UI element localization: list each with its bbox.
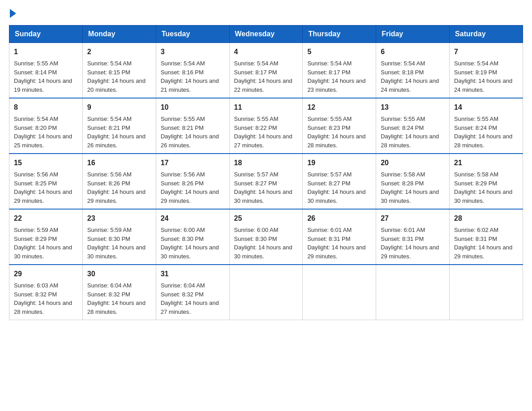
day-number: 4 bbox=[234, 47, 298, 57]
day-sunset: Sunset: 8:31 PM bbox=[307, 235, 350, 242]
day-sunset: Sunset: 8:24 PM bbox=[381, 124, 424, 131]
day-sunset: Sunset: 8:16 PM bbox=[161, 69, 204, 76]
day-number: 30 bbox=[87, 269, 151, 279]
day-sunrise: Sunrise: 5:54 AM bbox=[161, 60, 205, 67]
calendar-week-row: 22 Sunrise: 5:59 AM Sunset: 8:29 PM Dayl… bbox=[9, 209, 523, 265]
calendar-cell: 16 Sunrise: 5:56 AM Sunset: 8:26 PM Dayl… bbox=[82, 154, 156, 209]
day-sunset: Sunset: 8:21 PM bbox=[87, 124, 130, 131]
day-daylight: Daylight: 14 hours and 27 minutes. bbox=[161, 300, 219, 315]
calendar-cell: 18 Sunrise: 5:57 AM Sunset: 8:27 PM Dayl… bbox=[229, 154, 303, 209]
day-number: 14 bbox=[454, 102, 518, 113]
day-sunrise: Sunrise: 5:59 AM bbox=[87, 227, 132, 233]
day-daylight: Daylight: 14 hours and 28 minutes. bbox=[381, 133, 439, 149]
day-sunrise: Sunrise: 6:02 AM bbox=[454, 227, 498, 233]
day-sunset: Sunset: 8:27 PM bbox=[307, 180, 350, 187]
day-number: 3 bbox=[161, 47, 225, 57]
day-number: 6 bbox=[381, 47, 445, 57]
day-daylight: Daylight: 14 hours and 30 minutes. bbox=[307, 188, 365, 204]
calendar-week-row: 29 Sunrise: 6:03 AM Sunset: 8:32 PM Dayl… bbox=[9, 265, 523, 320]
day-sunset: Sunset: 8:14 PM bbox=[14, 69, 57, 76]
calendar-cell: 28 Sunrise: 6:02 AM Sunset: 8:31 PM Dayl… bbox=[450, 209, 523, 265]
calendar-cell: 22 Sunrise: 5:59 AM Sunset: 8:29 PM Dayl… bbox=[9, 209, 83, 265]
day-sunset: Sunset: 8:20 PM bbox=[14, 124, 57, 131]
day-sunrise: Sunrise: 6:04 AM bbox=[161, 282, 205, 289]
calendar-week-row: 15 Sunrise: 5:56 AM Sunset: 8:25 PM Dayl… bbox=[9, 154, 523, 209]
day-daylight: Daylight: 14 hours and 30 minutes. bbox=[14, 244, 72, 260]
day-number: 7 bbox=[454, 47, 518, 57]
day-sunrise: Sunrise: 5:55 AM bbox=[307, 116, 352, 122]
calendar-cell: 24 Sunrise: 6:00 AM Sunset: 8:30 PM Dayl… bbox=[156, 209, 229, 265]
day-number: 29 bbox=[14, 269, 78, 279]
day-number: 11 bbox=[234, 102, 298, 113]
day-number: 27 bbox=[381, 213, 445, 224]
day-sunset: Sunset: 8:19 PM bbox=[454, 69, 497, 76]
page-header bbox=[9, 9, 523, 18]
day-sunrise: Sunrise: 5:58 AM bbox=[381, 171, 425, 178]
day-sunrise: Sunrise: 5:54 AM bbox=[307, 60, 352, 67]
calendar-cell: 29 Sunrise: 6:03 AM Sunset: 8:32 PM Dayl… bbox=[9, 265, 83, 320]
day-sunrise: Sunrise: 5:56 AM bbox=[161, 171, 205, 178]
logo-triangle-icon bbox=[10, 9, 16, 18]
day-sunrise: Sunrise: 5:57 AM bbox=[234, 171, 279, 178]
day-header-saturday: Saturday bbox=[450, 26, 523, 43]
calendar-cell: 3 Sunrise: 5:54 AM Sunset: 8:16 PM Dayli… bbox=[156, 43, 229, 98]
calendar-cell: 1 Sunrise: 5:55 AM Sunset: 8:14 PM Dayli… bbox=[9, 43, 83, 98]
day-number: 17 bbox=[161, 158, 225, 168]
day-sunset: Sunset: 8:27 PM bbox=[234, 180, 277, 187]
calendar-cell: 6 Sunrise: 5:54 AM Sunset: 8:18 PM Dayli… bbox=[376, 43, 450, 98]
day-number: 18 bbox=[234, 158, 298, 168]
calendar-cell: 21 Sunrise: 5:58 AM Sunset: 8:29 PM Dayl… bbox=[450, 154, 523, 209]
day-number: 15 bbox=[14, 158, 78, 168]
calendar-cell: 31 Sunrise: 6:04 AM Sunset: 8:32 PM Dayl… bbox=[156, 265, 229, 320]
calendar-week-row: 1 Sunrise: 5:55 AM Sunset: 8:14 PM Dayli… bbox=[9, 43, 523, 98]
calendar-cell: 11 Sunrise: 5:55 AM Sunset: 8:22 PM Dayl… bbox=[229, 98, 303, 154]
day-sunset: Sunset: 8:31 PM bbox=[381, 235, 424, 242]
day-sunrise: Sunrise: 5:55 AM bbox=[14, 60, 58, 67]
day-sunrise: Sunrise: 5:55 AM bbox=[454, 116, 498, 122]
day-daylight: Daylight: 14 hours and 24 minutes. bbox=[381, 77, 439, 93]
day-sunrise: Sunrise: 5:54 AM bbox=[14, 116, 58, 122]
calendar-cell: 15 Sunrise: 5:56 AM Sunset: 8:25 PM Dayl… bbox=[9, 154, 83, 209]
day-header-thursday: Thursday bbox=[303, 26, 376, 43]
day-sunset: Sunset: 8:29 PM bbox=[14, 235, 57, 242]
day-sunrise: Sunrise: 6:00 AM bbox=[234, 227, 279, 233]
day-daylight: Daylight: 14 hours and 30 minutes. bbox=[87, 244, 146, 260]
day-sunset: Sunset: 8:17 PM bbox=[234, 69, 277, 76]
day-sunset: Sunset: 8:29 PM bbox=[454, 180, 497, 187]
day-number: 22 bbox=[14, 213, 78, 224]
day-daylight: Daylight: 14 hours and 22 minutes. bbox=[234, 77, 292, 93]
day-sunrise: Sunrise: 6:03 AM bbox=[14, 282, 58, 289]
day-sunset: Sunset: 8:15 PM bbox=[87, 69, 130, 76]
day-sunset: Sunset: 8:32 PM bbox=[161, 291, 204, 298]
day-daylight: Daylight: 14 hours and 28 minutes. bbox=[307, 133, 365, 149]
calendar-cell: 23 Sunrise: 5:59 AM Sunset: 8:30 PM Dayl… bbox=[82, 209, 156, 265]
day-sunrise: Sunrise: 5:55 AM bbox=[161, 116, 205, 122]
day-sunrise: Sunrise: 6:01 AM bbox=[307, 227, 352, 233]
day-sunrise: Sunrise: 5:55 AM bbox=[381, 116, 425, 122]
day-daylight: Daylight: 14 hours and 29 minutes. bbox=[307, 244, 365, 260]
day-daylight: Daylight: 14 hours and 29 minutes. bbox=[161, 188, 219, 204]
calendar-cell: 14 Sunrise: 5:55 AM Sunset: 8:24 PM Dayl… bbox=[450, 98, 523, 154]
day-header-friday: Friday bbox=[376, 26, 450, 43]
day-sunrise: Sunrise: 6:04 AM bbox=[87, 282, 132, 289]
day-number: 28 bbox=[454, 213, 518, 224]
day-daylight: Daylight: 14 hours and 28 minutes. bbox=[14, 300, 72, 315]
day-daylight: Daylight: 14 hours and 30 minutes. bbox=[381, 188, 439, 204]
calendar-cell: 19 Sunrise: 5:57 AM Sunset: 8:27 PM Dayl… bbox=[303, 154, 376, 209]
day-sunset: Sunset: 8:26 PM bbox=[87, 180, 130, 187]
day-daylight: Daylight: 14 hours and 29 minutes. bbox=[381, 244, 439, 260]
day-header-wednesday: Wednesday bbox=[229, 26, 303, 43]
day-daylight: Daylight: 14 hours and 29 minutes. bbox=[14, 188, 72, 204]
calendar-cell: 12 Sunrise: 5:55 AM Sunset: 8:23 PM Dayl… bbox=[303, 98, 376, 154]
day-number: 1 bbox=[14, 47, 78, 57]
day-sunset: Sunset: 8:25 PM bbox=[14, 180, 57, 187]
day-sunrise: Sunrise: 5:54 AM bbox=[87, 60, 132, 67]
day-number: 19 bbox=[307, 158, 371, 168]
day-sunset: Sunset: 8:31 PM bbox=[454, 235, 497, 242]
calendar-cell: 26 Sunrise: 6:01 AM Sunset: 8:31 PM Dayl… bbox=[303, 209, 376, 265]
day-sunset: Sunset: 8:28 PM bbox=[381, 180, 424, 187]
day-number: 25 bbox=[234, 213, 298, 224]
day-number: 13 bbox=[381, 102, 445, 113]
day-number: 10 bbox=[161, 102, 225, 113]
day-daylight: Daylight: 14 hours and 27 minutes. bbox=[234, 133, 292, 149]
